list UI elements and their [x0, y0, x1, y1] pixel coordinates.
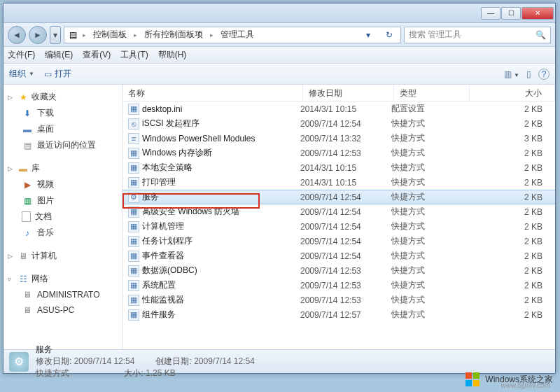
file-row[interactable]: ▦组件服务2009/7/14 12:57快捷方式2 KB: [122, 307, 555, 322]
menu-tools[interactable]: 工具(T): [120, 49, 148, 61]
forward-button[interactable]: ►: [29, 26, 47, 44]
file-name: 数据源(ODBC): [142, 265, 300, 276]
col-name[interactable]: 名称: [122, 85, 303, 101]
file-row[interactable]: ≡Windows PowerShell Modules2009/7/14 13:…: [122, 131, 555, 146]
file-row[interactable]: ▦任务计划程序2009/7/14 12:54快捷方式2 KB: [122, 234, 555, 248]
nav-item[interactable]: ⬇下载: [4, 105, 122, 121]
minimize-button[interactable]: —: [481, 7, 500, 20]
open-button[interactable]: ▭ 打开: [44, 68, 71, 80]
preview-pane-button[interactable]: ▯: [526, 69, 531, 79]
file-date: 2009/7/14 12:57: [300, 310, 391, 320]
file-row[interactable]: ▦Windows 内存诊断2009/7/14 12:53快捷方式2 KB: [122, 146, 555, 160]
organize-button[interactable]: 组织 ▼: [9, 68, 34, 80]
addr-dropdown[interactable]: ▾: [360, 30, 377, 40]
col-size[interactable]: 大小: [470, 85, 555, 101]
menu-edit[interactable]: 编辑(E): [45, 49, 73, 61]
file-size: 2 KB: [467, 310, 555, 320]
file-date: 2009/7/14 12:53: [300, 266, 391, 276]
file-row[interactable]: ⎋iSCSI 发起程序2009/7/14 12:54快捷方式2 KB: [122, 116, 555, 131]
crumb-1[interactable]: 所有控制面板项: [141, 29, 206, 41]
file-icon: ▦: [128, 148, 139, 159]
file-row[interactable]: ▦高级安全 Windows 防火墙2009/7/14 12:54快捷方式2 KB: [122, 204, 555, 219]
file-name: 打印管理: [142, 176, 300, 188]
computer-icon: 🖥: [18, 251, 29, 262]
file-type: 快捷方式: [391, 132, 467, 144]
file-name: 事件查看器: [142, 250, 300, 262]
nav-item[interactable]: 文档: [4, 209, 122, 225]
svg-rect-3: [473, 380, 479, 386]
nav-libraries[interactable]: ▷▬库: [4, 160, 122, 176]
file-row[interactable]: ▦desktop.ini2014/3/1 10:15配置设置2 KB: [122, 102, 555, 116]
services-icon: ⚙: [9, 352, 29, 372]
file-row[interactable]: ▦性能监视器2009/7/14 12:53快捷方式2 KB: [122, 293, 555, 307]
file-type: 快捷方式: [391, 220, 467, 232]
file-type: 快捷方式: [391, 118, 467, 130]
file-size: 2 KB: [467, 222, 555, 232]
file-row[interactable]: ▦事件查看器2009/7/14 12:54快捷方式2 KB: [122, 248, 555, 263]
file-date: 2009/7/14 12:54: [300, 207, 391, 217]
file-type: 快捷方式: [391, 294, 467, 306]
file-name: iSCSI 发起程序: [142, 118, 300, 130]
breadcrumb[interactable]: ▤ ▸ 控制面板 ▸ 所有控制面板项 ▸ 管理工具 ▾ ↻: [64, 27, 401, 43]
views-button[interactable]: ▥ ▼: [504, 69, 519, 79]
nav-favorites[interactable]: ▷★收藏夹: [4, 89, 122, 105]
maximize-button[interactable]: ☐: [501, 7, 521, 20]
nav-item[interactable]: ▤最近访问的位置: [4, 137, 122, 153]
nav-item[interactable]: 🖥ADMINISTRATO: [4, 287, 122, 302]
search-placeholder: 搜索 管理工具: [409, 29, 461, 41]
menu-view[interactable]: 查看(V): [83, 49, 111, 61]
crumb-0[interactable]: 控制面板: [90, 29, 130, 41]
file-type: 快捷方式: [391, 279, 467, 291]
menu-file[interactable]: 文件(F): [8, 49, 35, 61]
file-size: 2 KB: [467, 119, 555, 129]
pc-icon: 🖥: [22, 304, 33, 316]
refresh-button[interactable]: ↻: [381, 30, 398, 40]
svg-rect-0: [465, 372, 472, 379]
file-type: 快捷方式: [391, 265, 467, 276]
file-date: 2014/3/1 10:15: [300, 104, 391, 114]
nav-item[interactable]: 🖥ASUS-PC: [4, 302, 122, 318]
file-icon: ▦: [128, 265, 139, 276]
close-button[interactable]: ✕: [522, 7, 554, 20]
dl-icon: ⬇: [22, 108, 33, 119]
back-button[interactable]: ◄: [8, 26, 26, 44]
nav-item[interactable]: ▦图片: [4, 192, 122, 209]
nav-network[interactable]: ▿☷网络: [4, 271, 122, 287]
nav-computer[interactable]: ▷🖥计算机: [4, 248, 122, 264]
address-bar: ◄ ► ▾ ▤ ▸ 控制面板 ▸ 所有控制面板项 ▸ 管理工具 ▾ ↻ 搜索 管…: [4, 23, 555, 47]
vid-icon: ▶: [22, 179, 33, 190]
file-type: 快捷方式: [391, 191, 467, 203]
nav-item-label: 文档: [35, 211, 52, 223]
col-date[interactable]: 修改日期: [303, 85, 394, 101]
file-date: 2009/7/14 12:54: [300, 222, 391, 232]
nav-item[interactable]: ▬桌面: [4, 121, 122, 137]
file-row[interactable]: ▦数据源(ODBC)2009/7/14 12:53快捷方式2 KB: [122, 263, 555, 278]
file-row[interactable]: ▦打印管理2014/3/1 10:15快捷方式2 KB: [122, 175, 555, 190]
crumb-2[interactable]: 管理工具: [218, 29, 257, 41]
explorer-window: — ☐ ✕ ◄ ► ▾ ▤ ▸ 控制面板 ▸ 所有控制面板项 ▸ 管理工具 ▾ …: [3, 3, 556, 374]
file-name: 计算机管理: [142, 220, 300, 232]
file-icon: ▦: [128, 251, 139, 262]
menu-bar: 文件(F) 编辑(E) 查看(V) 工具(T) 帮助(H): [4, 47, 555, 64]
nav-item[interactable]: ♪音乐: [4, 225, 122, 241]
control-panel-icon: ▤: [67, 29, 78, 41]
file-name: 组件服务: [142, 309, 300, 321]
file-row[interactable]: ▦系统配置2009/7/14 12:53快捷方式2 KB: [122, 278, 555, 293]
help-button[interactable]: ?: [538, 69, 550, 80]
file-row[interactable]: ⚙服务2009/7/14 12:54快捷方式2 KB: [122, 190, 555, 204]
menu-help[interactable]: 帮助(H): [158, 49, 187, 61]
col-type[interactable]: 类型: [394, 85, 470, 101]
nav-item-label: 最近访问的位置: [37, 139, 96, 151]
file-type: 快捷方式: [391, 147, 467, 159]
file-size: 2 KB: [467, 295, 555, 305]
file-date: 2014/3/1 10:15: [300, 178, 391, 188]
svg-rect-1: [473, 372, 479, 379]
file-name: Windows 内存诊断: [142, 147, 300, 159]
nav-item[interactable]: ▶视频: [4, 176, 122, 192]
file-name: 服务: [142, 191, 300, 203]
file-row[interactable]: ▦计算机管理2009/7/14 12:54快捷方式2 KB: [122, 219, 555, 234]
search-input[interactable]: 搜索 管理工具 🔍: [404, 27, 551, 43]
history-dropdown[interactable]: ▾: [50, 26, 61, 44]
nav-item-label: 视频: [37, 178, 54, 190]
file-row[interactable]: ▦本地安全策略2014/3/1 10:15快捷方式2 KB: [122, 160, 555, 175]
